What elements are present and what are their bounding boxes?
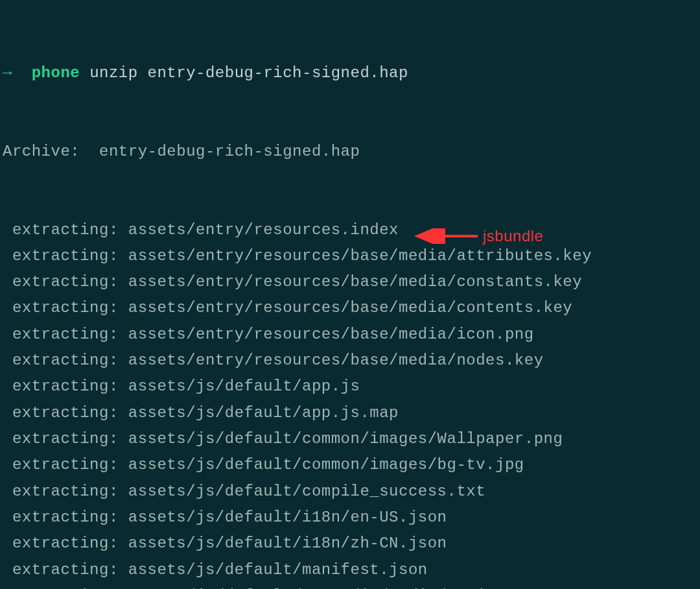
- prompt-command: unzip entry-debug-rich-signed.hap: [89, 64, 408, 82]
- prompt-dir: phone: [32, 64, 80, 82]
- extraction-line: extracting: assets/js/default/pages/inde…: [3, 583, 697, 589]
- extraction-line: extracting: assets/entry/resources/base/…: [3, 348, 697, 374]
- annotation-jsbundle: jsbundle: [414, 223, 543, 249]
- extraction-line: extracting: assets/js/default/app.js: [3, 374, 697, 400]
- extraction-line: extracting: assets/js/default/manifest.j…: [3, 557, 697, 583]
- annotation-label: jsbundle: [483, 223, 543, 249]
- extraction-line: extracting: assets/js/default/common/ima…: [3, 452, 697, 478]
- extraction-line: extracting: assets/js/default/i18n/zh-CN…: [3, 531, 697, 557]
- extraction-line: extracting: assets/entry/resources.index: [3, 217, 697, 243]
- arrow-left-icon: [414, 228, 479, 244]
- archive-line: Archive: entry-debug-rich-signed.hap: [3, 139, 697, 165]
- extraction-line: extracting: assets/js/default/compile_su…: [3, 479, 697, 505]
- extraction-line: extracting: assets/entry/resources/base/…: [3, 295, 697, 321]
- terminal-output: → phone unzip entry-debug-rich-signed.ha…: [3, 8, 697, 589]
- extraction-line: extracting: assets/js/default/common/ima…: [3, 426, 697, 452]
- extraction-line: extracting: assets/js/default/app.js.map: [3, 400, 697, 426]
- extraction-line: extracting: assets/entry/resources/base/…: [3, 243, 697, 269]
- extraction-line: extracting: assets/entry/resources/base/…: [3, 322, 697, 348]
- prompt-line[interactable]: → phone unzip entry-debug-rich-signed.ha…: [3, 60, 697, 86]
- extraction-lines: extracting: assets/entry/resources.index…: [3, 217, 697, 590]
- prompt-arrow-icon: →: [3, 64, 12, 82]
- extraction-line: extracting: assets/js/default/i18n/en-US…: [3, 505, 697, 531]
- extraction-line: extracting: assets/entry/resources/base/…: [3, 269, 697, 295]
